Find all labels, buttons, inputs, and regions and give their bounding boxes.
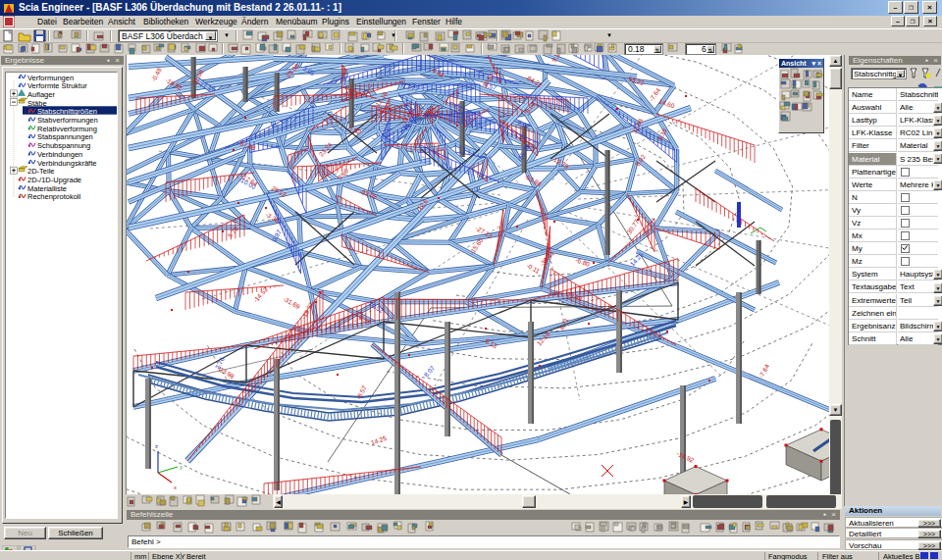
svg-text:-8.57: -8.57 bbox=[355, 384, 368, 401]
svg-text:y: y bbox=[180, 464, 183, 470]
svg-text:Verformte Struktur: Verformte Struktur bbox=[27, 81, 87, 90]
svg-text:Relativverformung: Relativverformung bbox=[37, 125, 97, 133]
svg-text:-31.69: -31.69 bbox=[283, 295, 302, 310]
svg-text:8.07: 8.07 bbox=[423, 364, 437, 378]
svg-text:x: x bbox=[174, 484, 177, 490]
svg-text:Stabverformungen: Stabverformungen bbox=[37, 116, 98, 125]
svg-text:-0.48: -0.48 bbox=[150, 67, 163, 83]
svg-text:Stabschnittgrößen: Stabschnittgrößen bbox=[37, 107, 97, 116]
svg-text:14.25: 14.25 bbox=[370, 434, 388, 446]
svg-text:2D-Teile: 2D-Teile bbox=[27, 167, 55, 176]
svg-text:-7.64: -7.64 bbox=[758, 363, 771, 380]
svg-text:Verformungen: Verformungen bbox=[27, 74, 74, 82]
svg-text:Verbindungskräfte: Verbindungskräfte bbox=[37, 159, 96, 168]
svg-text:Stabspannungen: Stabspannungen bbox=[37, 132, 93, 141]
svg-text:Materialliste: Materialliste bbox=[27, 184, 67, 193]
svg-text:Verbindungen: Verbindungen bbox=[37, 150, 82, 159]
svg-text:2D-/1D-Upgrade: 2D-/1D-Upgrade bbox=[27, 176, 81, 184]
svg-text:z: z bbox=[155, 443, 158, 449]
svg-text:Rechenprotokoll: Rechenprotokoll bbox=[27, 192, 81, 201]
svg-text:Auflager: Auflager bbox=[27, 90, 55, 99]
svg-text:-14.52: -14.52 bbox=[252, 285, 270, 304]
svg-text:Schubspannung: Schubspannung bbox=[37, 141, 90, 150]
svg-text:Stäbe: Stäbe bbox=[27, 99, 47, 108]
